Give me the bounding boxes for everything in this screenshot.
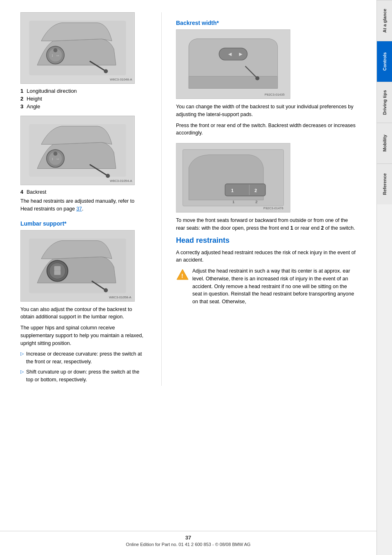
main-content: ↕ ↔ W8C3-01048-A 1 Longitudinal directio… bbox=[0, 0, 376, 402]
svg-text:↕: ↕ bbox=[51, 53, 53, 58]
sidebar-tab-at-a-glance[interactable]: At a glance bbox=[377, 0, 392, 41]
head-restraints-heading: Head restraints bbox=[176, 236, 356, 245]
item-4-caption: 4 Backrest bbox=[20, 189, 147, 195]
sidebar-tab-reference[interactable]: Reference bbox=[377, 163, 392, 204]
warning-box: ! Adjust the head restraint in such a wa… bbox=[176, 267, 356, 306]
sidebar-tab-controls[interactable]: Controls bbox=[377, 41, 392, 82]
backrest-width-image: ◄ ► P82C3-01435 bbox=[176, 29, 290, 99]
lumbar-body-2: The upper hips and spinal column receive… bbox=[20, 324, 147, 347]
svg-text:!: ! bbox=[181, 273, 183, 279]
sidebar: At a glance Controls Driving tips Mobili… bbox=[376, 0, 392, 555]
head-restraints-body: A correctly adjusted head restraint redu… bbox=[176, 249, 356, 264]
svg-text:↔: ↔ bbox=[56, 157, 60, 161]
svg-text:►: ► bbox=[238, 51, 244, 57]
svg-point-18 bbox=[106, 174, 110, 178]
svg-text:1: 1 bbox=[232, 199, 235, 204]
svg-text:2: 2 bbox=[254, 188, 257, 193]
page-number: 37 bbox=[0, 535, 376, 541]
lumbar-bullet-2: ▷ Shift curvature up or down: press the … bbox=[20, 368, 147, 384]
head-restraints-ref: The head restraints are adjusted manuall… bbox=[20, 197, 147, 213]
svg-text:W8C3-01048-A: W8C3-01048-A bbox=[110, 78, 132, 81]
seat-controls-image-1: ↕ ↔ W8C3-01048-A bbox=[20, 12, 135, 84]
svg-text:P82C3-01476: P82C3-01476 bbox=[263, 206, 283, 210]
seat-controls-image-2: ↕ ↔ W8C3-01054-A bbox=[20, 116, 135, 185]
item-2: 2 Height bbox=[20, 96, 147, 102]
svg-point-8 bbox=[104, 69, 108, 73]
svg-point-4 bbox=[53, 48, 58, 52]
lumbar-support-image: W8C3-01058-A bbox=[20, 230, 135, 302]
arrow-icon-2: ▷ bbox=[20, 369, 24, 374]
item-1: 1 Longitudinal direction bbox=[20, 88, 147, 94]
left-column: ↕ ↔ W8C3-01048-A 1 Longitudinal directio… bbox=[20, 12, 147, 386]
svg-text:↔: ↔ bbox=[56, 53, 60, 58]
svg-text:P82C3-01435: P82C3-01435 bbox=[265, 93, 285, 96]
sidebar-tab-mobility[interactable]: Mobility bbox=[377, 123, 392, 163]
backrest-width-body-2: Press the front or rear end of the switc… bbox=[176, 122, 356, 137]
column-divider bbox=[161, 12, 162, 386]
numbered-list-1-3: 1 Longitudinal direction 2 Height 3 Angl… bbox=[20, 88, 147, 110]
page-footer: 37 Online Edition for Part no. 01 41 2 6… bbox=[0, 531, 376, 547]
warning-text: Adjust the head restraint in such a way … bbox=[192, 267, 356, 306]
svg-point-27 bbox=[104, 288, 108, 292]
seat-forward-image: 1 2 1 2 P82C3-01476 bbox=[176, 143, 290, 213]
svg-text:W8C3-01058-A: W8C3-01058-A bbox=[109, 295, 131, 299]
svg-text:◄: ◄ bbox=[227, 51, 233, 57]
item-3: 3 Angle bbox=[20, 103, 147, 110]
svg-rect-25 bbox=[54, 271, 61, 275]
sidebar-tab-driving-tips[interactable]: Driving tips bbox=[377, 82, 392, 123]
backrest-width-body-1: You can change the width of the backrest… bbox=[176, 103, 356, 119]
svg-point-34 bbox=[255, 76, 259, 81]
lumbar-section-heading: Lumbar support* bbox=[20, 220, 147, 227]
svg-text:↕: ↕ bbox=[51, 157, 53, 161]
lumbar-bullet-1: ▷ Increase or decrease curvature: press … bbox=[20, 350, 147, 366]
svg-text:2: 2 bbox=[255, 199, 258, 204]
svg-point-14 bbox=[53, 152, 58, 156]
warning-triangle-icon: ! bbox=[176, 269, 189, 282]
footer-text: Online Edition for Part no. 01 41 2 600 … bbox=[0, 542, 376, 547]
svg-text:W8C3-01054-A: W8C3-01054-A bbox=[110, 179, 132, 183]
backrest-width-heading: Backrest width* bbox=[176, 20, 356, 26]
lumbar-body-1: You can also adjust the contour of the b… bbox=[20, 306, 147, 321]
seat-forward-body: To move the front seats forward or backw… bbox=[176, 217, 356, 232]
arrow-icon-1: ▷ bbox=[20, 351, 24, 356]
two-column-layout: ↕ ↔ W8C3-01048-A 1 Longitudinal directio… bbox=[20, 12, 356, 386]
svg-rect-24 bbox=[54, 266, 61, 271]
right-column: Backrest width* ◄ ► P82C3-01435 bbox=[176, 12, 356, 386]
svg-text:1: 1 bbox=[231, 188, 234, 193]
